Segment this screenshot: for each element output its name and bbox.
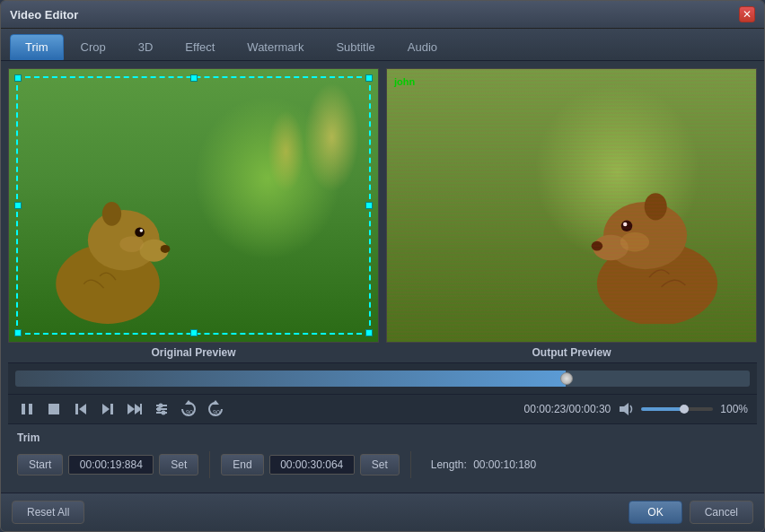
- end-button[interactable]: End: [221, 454, 263, 475]
- timeline-thumb[interactable]: [560, 372, 573, 385]
- svg-point-30: [157, 407, 162, 412]
- equalizer-button[interactable]: [152, 399, 171, 419]
- start-button[interactable]: Start: [17, 454, 63, 475]
- cancel-button[interactable]: Cancel: [690, 501, 753, 524]
- groundhog-right: [567, 171, 747, 324]
- rotate-cw-button[interactable]: 90: [179, 399, 198, 419]
- volume-percentage: 100%: [720, 403, 748, 415]
- tab-bar: Trim Crop 3D Effect Watermark Subtitle A…: [1, 29, 764, 61]
- svg-point-4: [135, 227, 145, 237]
- svg-marker-19: [79, 404, 86, 414]
- bottom-right-buttons: OK Cancel: [629, 501, 753, 524]
- close-button[interactable]: ✕: [739, 6, 755, 22]
- current-time-display: 00:00:23/00:00:30: [524, 403, 611, 415]
- groundhog-left: [27, 180, 189, 324]
- main-content: Original Preview john: [1, 61, 764, 493]
- output-preview-panel: john: [386, 68, 757, 362]
- trim-section-label: Trim: [17, 432, 748, 444]
- svg-marker-23: [128, 404, 135, 414]
- svg-point-13: [623, 222, 627, 226]
- pause-button[interactable]: [17, 399, 37, 419]
- svg-marker-21: [102, 404, 110, 414]
- volume-slider[interactable]: [641, 407, 713, 411]
- trim-divider: [209, 451, 210, 478]
- tab-audio[interactable]: Audio: [392, 34, 453, 60]
- tab-crop[interactable]: Crop: [66, 34, 121, 60]
- volume-icon[interactable]: [618, 402, 634, 416]
- svg-rect-20: [75, 404, 78, 414]
- rotate-ccw-button[interactable]: 90: [206, 399, 225, 419]
- start-time-input[interactable]: [68, 455, 154, 475]
- video-editor-window: Video Editor ✕ Trim Crop 3D Effect Water…: [0, 0, 765, 532]
- output-video-frame: john: [386, 68, 757, 343]
- start-set-button[interactable]: Set: [159, 454, 198, 475]
- time-display-area: 00:00:23/00:00:30 100%: [524, 402, 748, 416]
- preview-area: Original Preview john: [8, 68, 757, 362]
- controls-bar: 90 90 00:00:23/00:00:30: [8, 394, 757, 423]
- svg-rect-16: [22, 404, 25, 414]
- length-value: 00:00:10:180: [473, 458, 536, 471]
- svg-point-7: [119, 236, 144, 252]
- trim-divider-2: [410, 451, 411, 478]
- output-preview-label: Output Preview: [386, 343, 757, 362]
- svg-rect-17: [29, 404, 32, 414]
- svg-point-14: [645, 193, 667, 220]
- svg-point-31: [162, 411, 166, 415]
- length-label-text: Length: 00:00:10:180: [431, 458, 536, 471]
- volume-thumb[interactable]: [680, 405, 689, 414]
- window-title: Video Editor: [10, 8, 78, 22]
- svg-rect-18: [48, 404, 59, 414]
- svg-point-3: [161, 245, 171, 253]
- svg-rect-25: [140, 404, 142, 414]
- timeline-bar[interactable]: [15, 371, 750, 387]
- trim-controls: Start Set End Set Length: 00:00:10:180: [17, 451, 748, 478]
- next-frame-button[interactable]: [98, 399, 118, 419]
- timeline-section: [8, 362, 757, 394]
- ok-button[interactable]: OK: [629, 501, 681, 524]
- svg-point-12: [621, 221, 633, 232]
- tab-3d[interactable]: 3D: [123, 34, 169, 60]
- svg-marker-36: [620, 403, 629, 415]
- end-button[interactable]: [125, 399, 145, 419]
- svg-point-11: [592, 241, 603, 251]
- svg-rect-22: [110, 404, 113, 414]
- tab-trim[interactable]: Trim: [10, 34, 64, 60]
- svg-point-5: [140, 229, 144, 232]
- tab-watermark[interactable]: Watermark: [232, 34, 319, 60]
- svg-text:90: 90: [213, 409, 220, 415]
- svg-point-15: [620, 232, 649, 251]
- watermark-overlay: john: [394, 76, 415, 87]
- tab-subtitle[interactable]: Subtitle: [321, 34, 390, 60]
- title-bar: Video Editor ✕: [1, 1, 764, 29]
- reset-all-button[interactable]: Reset All: [12, 501, 84, 524]
- svg-text:90: 90: [186, 409, 193, 415]
- end-time-input[interactable]: [269, 455, 355, 475]
- bottom-bar: Reset All OK Cancel: [1, 493, 764, 531]
- original-preview-label: Original Preview: [8, 343, 379, 362]
- svg-point-6: [102, 202, 121, 226]
- original-video-frame: [8, 68, 379, 343]
- tab-effect[interactable]: Effect: [170, 34, 230, 60]
- stop-button[interactable]: [44, 399, 64, 419]
- prev-frame-button[interactable]: [71, 399, 91, 419]
- end-set-button[interactable]: Set: [360, 454, 400, 475]
- original-preview-panel: Original Preview: [8, 68, 379, 362]
- trim-section: Trim Start Set End Set Length: 00:00:10:…: [8, 423, 757, 485]
